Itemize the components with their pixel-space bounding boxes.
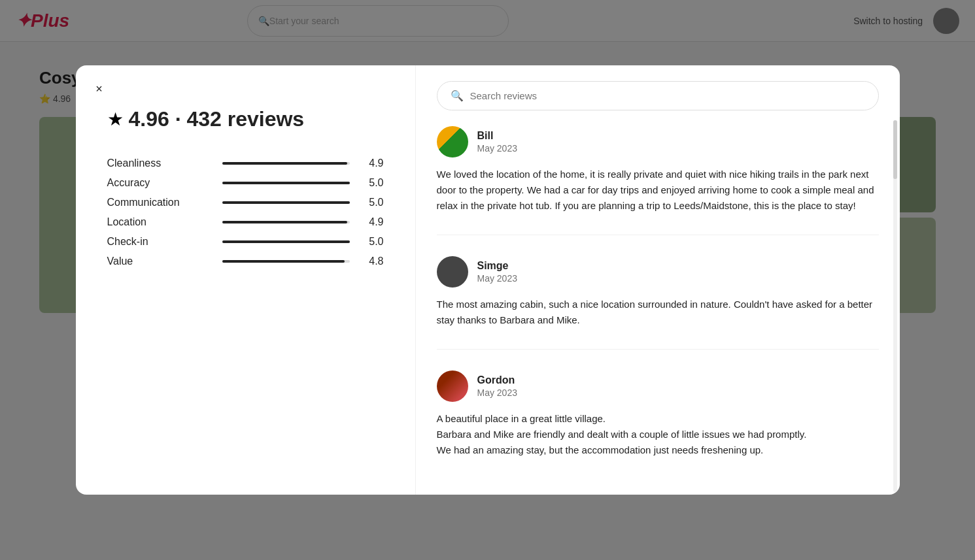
category-score: 4.9 bbox=[360, 157, 384, 169]
review-text: We loved the location of the home, it is… bbox=[437, 167, 879, 214]
category-row: Check-in 5.0 bbox=[107, 236, 384, 248]
reviewer-date: May 2023 bbox=[477, 387, 517, 398]
category-bar bbox=[222, 260, 350, 263]
category-bar bbox=[222, 162, 350, 165]
category-bar-fill bbox=[222, 260, 345, 263]
category-bar-fill bbox=[222, 182, 350, 184]
category-score: 4.9 bbox=[360, 216, 384, 228]
search-reviews-input[interactable] bbox=[470, 90, 865, 101]
modal-right-panel: 🔍 Bill May 2023 We loved the location of… bbox=[416, 65, 900, 495]
reviewer-details: Gordon May 2023 bbox=[477, 374, 517, 398]
modal-overlay: × ★ 4.96 · 432 reviews bbox=[0, 0, 975, 560]
category-label: Value bbox=[107, 255, 212, 267]
reviewer-date: May 2023 bbox=[477, 143, 517, 154]
category-bar bbox=[222, 201, 350, 204]
category-score: 5.0 bbox=[360, 236, 384, 248]
category-row: Cleanliness 4.9 bbox=[107, 157, 384, 169]
category-label: Communication bbox=[107, 197, 212, 208]
scrollbar-thumb[interactable] bbox=[893, 120, 897, 179]
category-bar bbox=[222, 182, 350, 184]
category-row: Accuracy 5.0 bbox=[107, 177, 384, 189]
review-text: A beautiful place in a great little vill… bbox=[437, 411, 879, 458]
reviewer-avatar bbox=[437, 371, 468, 402]
category-bar-fill bbox=[222, 221, 347, 223]
search-bar-wrap: 🔍 bbox=[416, 65, 900, 121]
reviewer-avatar bbox=[437, 256, 468, 288]
category-bar bbox=[222, 240, 350, 243]
category-bar-fill bbox=[222, 201, 350, 204]
reviewer-name: Simge bbox=[477, 260, 517, 272]
reviewer-name: Gordon bbox=[477, 374, 517, 386]
category-bar bbox=[222, 221, 350, 223]
reviewer-name: Bill bbox=[477, 130, 517, 142]
category-score: 5.0 bbox=[360, 197, 384, 208]
star-icon: ★ bbox=[107, 108, 124, 130]
category-row: Value 4.8 bbox=[107, 255, 384, 267]
reviewer-date: May 2023 bbox=[477, 273, 517, 284]
reviewer-details: Bill May 2023 bbox=[477, 130, 517, 154]
review-item: Gordon May 2023 A beautiful place in a g… bbox=[437, 371, 879, 458]
category-label: Location bbox=[107, 216, 212, 228]
modal-left-panel: ★ 4.96 · 432 reviews Cleanliness 4. bbox=[76, 65, 416, 495]
category-label: Check-in bbox=[107, 236, 212, 248]
reviews-modal: × ★ 4.96 · 432 reviews bbox=[76, 65, 900, 495]
search-bar[interactable]: 🔍 bbox=[437, 81, 879, 110]
reviewer-avatar bbox=[437, 126, 468, 157]
reviewer-details: Simge May 2023 bbox=[477, 260, 517, 284]
category-label: Accuracy bbox=[107, 177, 212, 189]
reviewer-info: Gordon May 2023 bbox=[437, 371, 879, 402]
review-item: Bill May 2023 We loved the location of t… bbox=[437, 126, 879, 214]
review-item: Simge May 2023 The most amazing cabin, s… bbox=[437, 256, 879, 328]
overall-rating-text: 4.96 · 432 reviews bbox=[129, 107, 305, 131]
scrollbar-track bbox=[891, 118, 900, 495]
category-bar-fill bbox=[222, 162, 347, 165]
close-button[interactable]: × bbox=[89, 78, 110, 99]
rating-categories: Cleanliness 4.9 Accuracy 5.0 Communicati… bbox=[107, 157, 384, 267]
search-icon: 🔍 bbox=[451, 90, 464, 102]
review-divider bbox=[437, 235, 879, 235]
category-score: 4.8 bbox=[360, 255, 384, 267]
modal-inner: ★ 4.96 · 432 reviews Cleanliness 4. bbox=[76, 65, 900, 495]
category-row: Location 4.9 bbox=[107, 216, 384, 228]
review-text: The most amazing cabin, such a nice loca… bbox=[437, 297, 879, 328]
reviewer-info: Simge May 2023 bbox=[437, 256, 879, 288]
reviewer-info: Bill May 2023 bbox=[437, 126, 879, 157]
category-bar-fill bbox=[222, 240, 350, 243]
category-score: 5.0 bbox=[360, 177, 384, 189]
category-label: Cleanliness bbox=[107, 157, 212, 169]
review-divider bbox=[437, 349, 879, 350]
category-row: Communication 5.0 bbox=[107, 197, 384, 208]
reviews-list: Bill May 2023 We loved the location of t… bbox=[416, 121, 900, 495]
rating-header: ★ 4.96 · 432 reviews bbox=[107, 107, 384, 131]
